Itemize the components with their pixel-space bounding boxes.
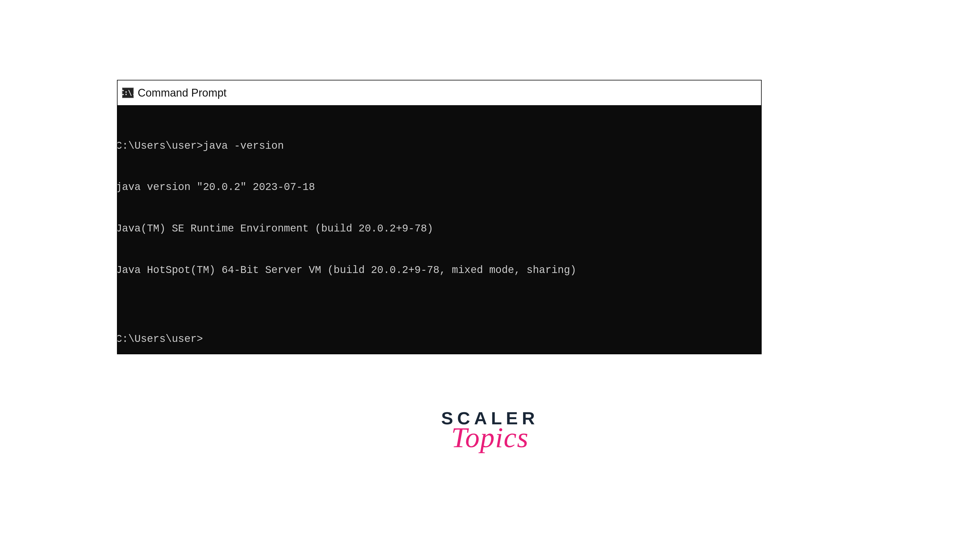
window-title: Command Prompt [138,87,226,99]
terminal-line: Java HotSpot(TM) 64-Bit Server VM (build… [118,263,761,277]
scaler-topics-logo: SCALER Topics [435,409,545,449]
cmd-icon: C:\. [122,88,134,98]
terminal-line: C:\Users\user> [118,332,761,346]
title-bar[interactable]: C:\. Command Prompt [118,80,761,106]
terminal-output[interactable]: C:\Users\user>java -version java version… [118,106,761,354]
terminal-line: C:\Users\user>java -version [118,139,761,153]
terminal-line: Java(TM) SE Runtime Environment (build 2… [118,222,761,236]
terminal-line: java version "20.0.2" 2023-07-18 [118,180,761,194]
brand-name-bottom: Topics [435,426,545,449]
command-prompt-window: C:\. Command Prompt C:\Users\user>java -… [117,80,762,354]
